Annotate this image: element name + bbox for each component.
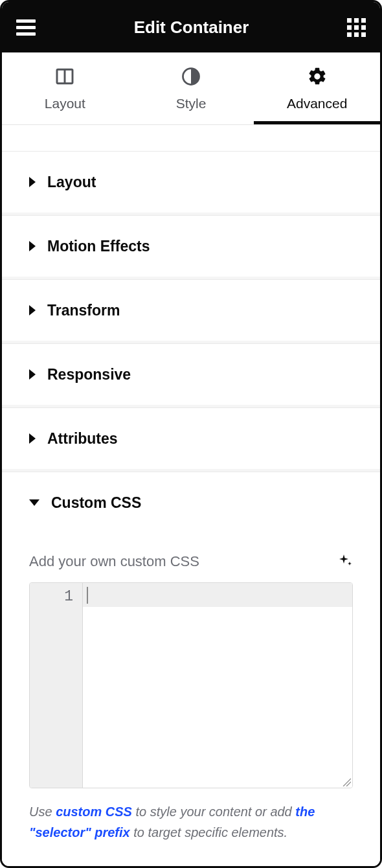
tab-advanced-label: Advanced	[287, 96, 347, 111]
accordion-motion-effects: Motion Effects	[2, 215, 380, 277]
accordion-attributes-title: Attributes	[47, 430, 118, 448]
accordion-responsive: Responsive	[2, 343, 380, 405]
menu-button[interactable]	[16, 19, 36, 36]
accordion-attributes-header[interactable]: Attributes	[2, 408, 380, 469]
tab-layout-label: Layout	[45, 96, 85, 111]
custom-css-hint: Use custom CSS to style your content or …	[29, 801, 353, 843]
accordion-responsive-title: Responsive	[47, 366, 131, 383]
line-number: 1	[30, 587, 82, 606]
tab-layout[interactable]: Layout	[2, 52, 128, 124]
custom-css-link[interactable]: custom CSS	[56, 805, 132, 819]
accordion-motion-effects-header[interactable]: Motion Effects	[2, 216, 380, 277]
layout-icon	[54, 66, 75, 87]
resize-handle[interactable]	[341, 776, 351, 786]
accordion-custom-css: Custom CSS Add your own custom CSS 1	[2, 472, 380, 866]
panel-title: Edit Container	[36, 17, 347, 38]
accordion-layout-header[interactable]: Layout	[2, 152, 380, 212]
editor-panel: Edit Container Layout Style	[0, 0, 382, 868]
caret-right-icon	[29, 433, 36, 444]
css-code-editor[interactable]: 1	[29, 582, 353, 788]
code-area[interactable]	[83, 583, 352, 788]
tab-style[interactable]: Style	[128, 52, 254, 124]
caret-right-icon	[29, 369, 36, 380]
accordion-attributes: Attributes	[2, 407, 380, 470]
code-gutter: 1	[30, 583, 83, 788]
accordion-transform-title: Transform	[47, 302, 120, 319]
accordion-layout: Layout	[2, 151, 380, 213]
accordion-transform-header[interactable]: Transform	[2, 280, 380, 341]
accordion-responsive-header[interactable]: Responsive	[2, 344, 380, 405]
gear-icon	[307, 66, 328, 87]
accordion-custom-css-title: Custom CSS	[51, 494, 141, 512]
accordion-layout-title: Layout	[47, 174, 96, 191]
tab-style-label: Style	[176, 96, 207, 111]
custom-css-body: Add your own custom CSS 1	[2, 533, 380, 866]
caret-down-icon	[29, 499, 39, 506]
panel-header: Edit Container	[2, 2, 380, 52]
style-icon	[181, 66, 201, 87]
caret-right-icon	[29, 241, 36, 251]
accordion-motion-effects-title: Motion Effects	[47, 238, 150, 255]
accordion-custom-css-header[interactable]: Custom CSS	[2, 472, 380, 533]
ai-sparkle-button[interactable]	[337, 553, 353, 571]
caret-right-icon	[29, 177, 36, 187]
custom-css-label: Add your own custom CSS	[29, 553, 199, 570]
tabs-bar: Layout Style Advanced	[2, 52, 380, 125]
tab-advanced[interactable]: Advanced	[254, 52, 380, 124]
content-area: Layout Motion Effects Transform Responsi…	[2, 125, 380, 866]
apps-button[interactable]	[347, 18, 366, 37]
accordion-transform: Transform	[2, 279, 380, 341]
caret-right-icon	[29, 305, 36, 315]
